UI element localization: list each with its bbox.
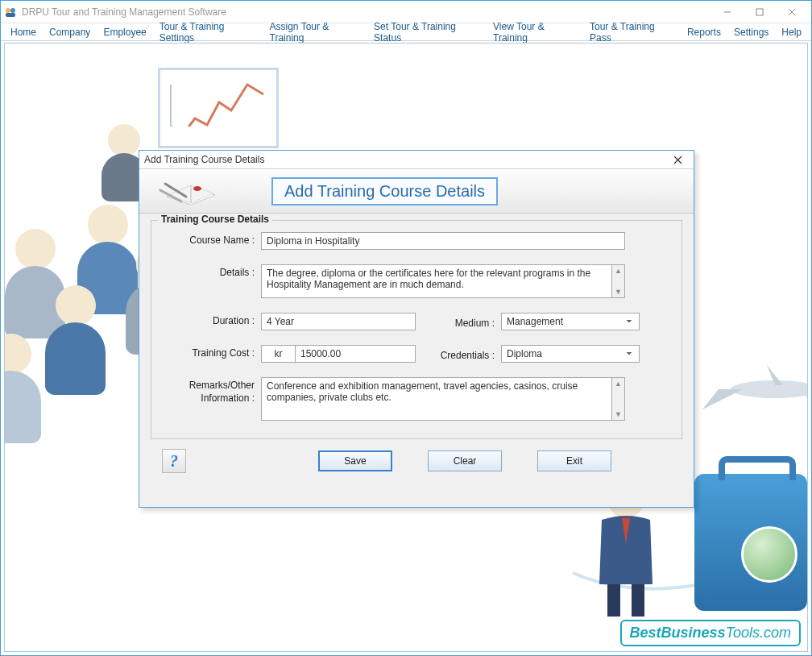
add-training-dialog: Add Training Course Details Add Training… [139,150,694,508]
remarks-textarea[interactable]: Conference and exhibition management, tr… [261,377,612,421]
menu-reports[interactable]: Reports [681,25,727,39]
scroll-down-icon: ▼ [612,409,624,420]
menu-settings[interactable]: Settings [727,25,775,39]
dialog-header: Add Training Course Details [139,168,694,214]
label-credentials: Credentials : [429,347,501,361]
training-fieldset: Training Course Details Course Name : De… [151,220,682,439]
help-button[interactable]: ? [162,449,186,473]
menu-assign-tour-training[interactable]: Assign Tour & Training [263,19,368,45]
dialog-heading: Add Training Course Details [271,177,498,206]
menu-tour-training-pass[interactable]: Tour & Training Pass [583,19,681,45]
svg-rect-16 [632,584,644,617]
dialog-close-button[interactable] [666,152,689,168]
svg-point-22 [193,186,201,191]
dialog-titlebar: Add Training Course Details [139,151,694,168]
fieldset-legend: Training Course Details [158,214,272,225]
app-title: DRPU Tour and Training Management Softwa… [22,6,711,18]
svg-rect-4 [756,9,763,15]
svg-marker-10 [702,389,743,409]
clear-button[interactable]: Clear [428,450,502,471]
minimize-button[interactable] [711,2,744,23]
scroll-up-icon: ▲ [612,265,624,276]
menubar: Home Company Employee Tour & Training Se… [1,23,811,41]
training-cost-input[interactable] [295,345,416,363]
menu-view-tour-training[interactable]: View Tour & Training [487,19,583,45]
credentials-select[interactable]: Diploma [501,345,640,363]
help-icon: ? [170,452,178,471]
course-name-input[interactable] [261,232,625,250]
label-training-cost: Training Cost : [166,345,261,359]
save-button[interactable]: Save [318,450,392,471]
label-remarks: Remarks/Other Information : [166,377,261,405]
svg-rect-2 [6,13,15,17]
currency-label: kr [261,345,295,363]
medium-select[interactable]: Management [501,313,640,330]
watermark-logo: BestBusinessTools.com [620,620,801,646]
menu-set-status[interactable]: Set Tour & Training Status [367,19,487,45]
app-icon [4,6,17,19]
dialog-footer: ? Save Clear Exit [151,439,682,473]
scroll-down-icon: ▼ [612,286,624,297]
window-controls [711,2,808,23]
menu-tour-training-settings[interactable]: Tour & Training Settings [153,19,263,45]
menu-home[interactable]: Home [4,25,43,39]
main-window: DRPU Tour and Training Management Softwa… [0,0,812,656]
watermark-bold: BestBusiness [630,625,726,641]
svg-point-1 [10,8,15,13]
remarks-scrollbar[interactable]: ▲▼ [612,377,625,421]
label-details: Details : [166,264,261,278]
dialog-body: Training Course Details Course Name : De… [139,214,694,484]
label-duration: Duration : [166,313,261,326]
details-scrollbar[interactable]: ▲▼ [612,264,625,298]
watermark-light: Tools.com [726,625,791,641]
duration-input[interactable] [261,313,416,330]
maximize-button[interactable] [744,2,776,23]
svg-rect-15 [607,584,620,617]
menu-help[interactable]: Help [775,25,808,39]
airplane-icon [694,361,808,420]
dialog-title-text: Add Training Course Details [144,154,264,165]
close-button[interactable] [776,2,808,23]
menu-company[interactable]: Company [43,25,97,39]
details-textarea[interactable]: The degree, diploma or the certificates … [261,264,612,298]
notebook-icon [151,172,223,210]
label-course-name: Course Name : [166,232,261,246]
exit-button[interactable]: Exit [537,450,611,471]
globe-icon [741,526,798,583]
label-medium: Medium : [429,315,501,329]
menu-employee[interactable]: Employee [97,25,152,39]
svg-point-0 [6,8,10,13]
scroll-up-icon: ▲ [612,378,624,389]
